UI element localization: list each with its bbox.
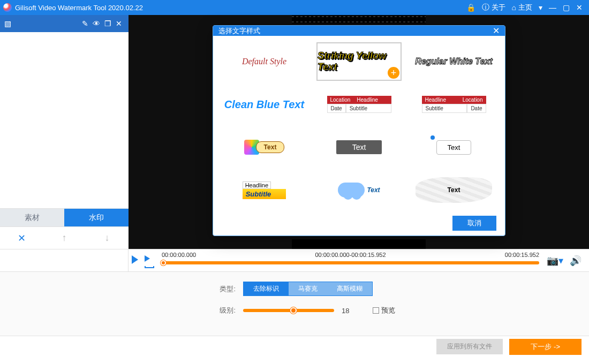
style-bubble-label: Text xyxy=(256,141,285,153)
app-title: Gilisoft Video Watermark Tool 2020.02.22 xyxy=(15,4,143,12)
style-grid: Default Style Striking Yellow Text+ Regu… xyxy=(213,36,505,211)
style-bar-label: Text xyxy=(336,140,382,154)
play-save-button[interactable] xyxy=(141,253,157,268)
visibility-icon[interactable]: 👁 xyxy=(90,19,102,28)
timeline-bar[interactable]: 00:00:00.000 00:00:00.000-00:00:15.952 0… xyxy=(157,249,543,271)
left-tabs: 素材 水印 xyxy=(0,208,129,226)
type-row: 类型: 去除标识 马赛克 高斯模糊 xyxy=(214,282,568,296)
tab-watermark[interactable]: 水印 xyxy=(64,209,129,226)
lt1-date: Date xyxy=(327,104,346,113)
lt1-subtitle: Subtitle xyxy=(346,104,391,113)
filmstrip-bottom xyxy=(292,239,426,249)
level-knob[interactable] xyxy=(290,307,297,314)
text-style-dialog: 选择文字样式 ✕ Default Style Striking Yellow T… xyxy=(213,25,505,236)
type-remove[interactable]: 去除标识 xyxy=(244,282,289,295)
style-cloud[interactable]: Text xyxy=(316,171,402,209)
style-yellow[interactable]: Striking Yellow Text+ xyxy=(316,42,402,81)
play-button[interactable] xyxy=(129,254,141,267)
style-brush[interactable]: Text xyxy=(411,171,496,209)
type-mosaic[interactable]: 马赛克 xyxy=(289,282,327,295)
maximize-button[interactable]: ▢ xyxy=(560,3,573,12)
move-down-button[interactable]: ↓ xyxy=(86,227,129,249)
left-panel-body xyxy=(0,32,129,208)
timeline-end: 00:00:15.952 xyxy=(505,252,539,258)
t10-subtitle: Subtitle xyxy=(243,189,286,199)
footer: 应用到所有文件 下一步 -> xyxy=(0,336,589,357)
t10-headline: Headline xyxy=(243,181,271,189)
delete-button[interactable]: ✕ xyxy=(0,227,43,249)
filmstrip-top xyxy=(292,15,426,24)
style-tooltip[interactable]: Text xyxy=(411,128,496,166)
dialog-close-icon[interactable]: ✕ xyxy=(493,26,500,36)
settings-panel: 类型: 去除标识 马赛克 高斯模糊 级别: 18 预览 xyxy=(0,271,589,336)
level-value: 18 xyxy=(342,307,349,315)
preview-checkbox[interactable]: 预览 xyxy=(373,306,395,315)
add-style-badge[interactable]: + xyxy=(388,67,399,79)
dialog-footer: 取消 xyxy=(213,211,505,237)
cancel-button[interactable]: 取消 xyxy=(452,216,496,231)
lt2-date: Date xyxy=(467,104,486,113)
level-slider[interactable] xyxy=(243,309,334,312)
home-label: 主页 xyxy=(518,3,532,12)
style-bar[interactable]: Text xyxy=(316,128,402,166)
lt1-location: Location xyxy=(327,96,354,104)
left-panel: ▧ ✎ 👁 ❐ ✕ 素材 水印 ✕ ↑ ↓ xyxy=(0,15,129,249)
style-default-label: Default Style xyxy=(242,57,286,66)
sound-icon[interactable]: 🔊 xyxy=(567,255,585,267)
style-blue[interactable]: Clean Blue Text xyxy=(222,85,307,124)
dropdown-icon[interactable]: ▾ xyxy=(535,3,546,12)
lock-icon[interactable]: 🔒 xyxy=(463,3,479,12)
image-icon: ▧ xyxy=(4,19,11,28)
style-headline-sub[interactable]: HeadlineSubtitle xyxy=(222,171,307,209)
style-logo-bubble[interactable]: Text xyxy=(222,128,307,166)
timeline-track[interactable] xyxy=(162,261,539,264)
level-row: 级别: 18 预览 xyxy=(214,306,568,315)
style-lowerthird-2[interactable]: HeadlineLocation SubtitleDate xyxy=(411,85,496,124)
type-segmented: 去除标识 马赛克 高斯模糊 xyxy=(243,282,373,296)
style-cloud-label: Text xyxy=(367,186,380,194)
apply-all-button[interactable]: 应用到所有文件 xyxy=(436,339,503,354)
dialog-titlebar: 选择文字样式 ✕ xyxy=(213,26,505,36)
style-lowerthird-1[interactable]: LocationHeadline DateSubtitle xyxy=(316,85,402,124)
titlebar: Gilisoft Video Watermark Tool 2020.02.22… xyxy=(0,0,589,15)
home-link[interactable]: ⌂主页 xyxy=(509,3,535,12)
preview-label: 预览 xyxy=(381,306,395,315)
tab-materials[interactable]: 素材 xyxy=(0,209,64,226)
about-label: 关于 xyxy=(492,3,505,12)
timeline-start: 00:00:00.000 xyxy=(162,252,196,258)
timeline-row: 00:00:00.000 00:00:00.000-00:00:15.952 0… xyxy=(0,249,589,271)
left-actions: ✕ ↑ ↓ xyxy=(0,226,129,249)
type-label: 类型: xyxy=(214,284,236,294)
lt2-location: Location xyxy=(459,96,486,104)
checkbox-box[interactable] xyxy=(373,307,379,314)
lt2-subtitle: Subtitle xyxy=(422,104,467,113)
lt2-headline: Headline xyxy=(422,96,459,104)
snapshot-icon[interactable]: 📷▾ xyxy=(543,255,567,267)
main-row: ▧ ✎ 👁 ❐ ✕ 素材 水印 ✕ ↑ ↓ ◈ 安下载 anxz.com 选 xyxy=(0,15,589,249)
remove-icon[interactable]: ✕ xyxy=(114,19,124,28)
app-icon xyxy=(3,3,12,12)
close-button[interactable]: ✕ xyxy=(573,3,586,12)
type-gaussian[interactable]: 高斯模糊 xyxy=(327,282,372,295)
level-label: 级别: xyxy=(214,306,236,315)
style-brush-label: Text xyxy=(448,186,460,194)
minimize-button[interactable]: — xyxy=(546,3,560,12)
next-button[interactable]: 下一步 -> xyxy=(509,339,582,355)
duplicate-icon[interactable]: ❐ xyxy=(102,19,114,28)
about-link[interactable]: ⓘ关于 xyxy=(479,3,509,12)
left-panel-header: ▧ ✎ 👁 ❐ ✕ xyxy=(0,15,129,32)
style-tooltip-label: Text xyxy=(436,140,472,155)
timeline-range: 00:00:00.000-00:00:15.952 xyxy=(315,252,386,258)
timeline-knob[interactable] xyxy=(161,260,166,266)
style-white[interactable]: Regular White Text xyxy=(411,42,496,81)
video-stage: ◈ 安下载 anxz.com 选择文字样式 ✕ Default Style St… xyxy=(129,15,589,249)
move-up-button[interactable]: ↑ xyxy=(43,227,86,249)
dialog-title-text: 选择文字样式 xyxy=(218,26,260,36)
style-white-label: Regular White Text xyxy=(415,57,492,66)
lt1-headline: Headline xyxy=(353,96,391,104)
edit-icon[interactable]: ✎ xyxy=(80,19,90,28)
style-default[interactable]: Default Style xyxy=(222,42,307,81)
style-blue-label: Clean Blue Text xyxy=(224,98,304,111)
cloud-shape xyxy=(338,183,365,198)
